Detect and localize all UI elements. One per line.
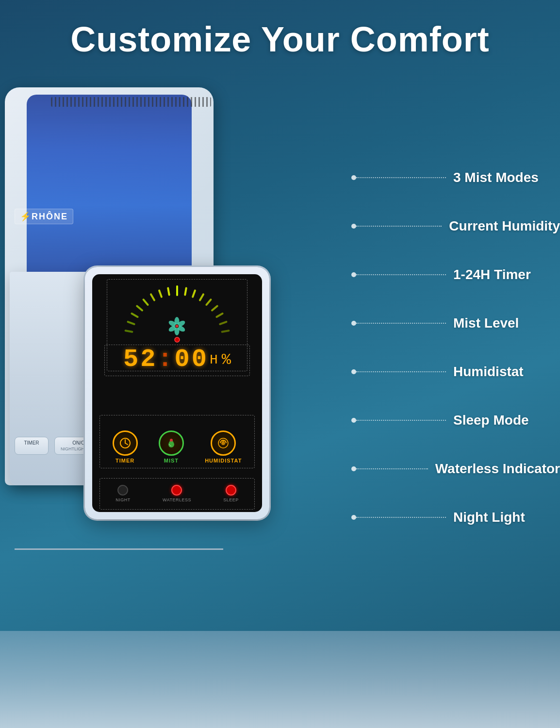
night-indicator: NIGHT [115,485,131,502]
svg-rect-13 [211,305,218,312]
humidistat-icon [216,436,230,450]
brand-label: ⚡RHÔNE [15,209,73,224]
percent-sign: % [222,351,231,369]
mist-knob: MIST [159,430,184,463]
svg-rect-14 [215,312,224,318]
timer-icon [118,436,132,450]
timer-label: 1-24H Timer [453,267,560,282]
knobs-row: TIMER MIST [92,430,262,463]
svg-rect-6 [158,289,163,298]
page-title: Customize Your Comfort [0,19,560,59]
svg-point-29 [170,439,173,442]
tank-vent [51,97,211,107]
mist-modes-label: 3 Mist Modes [453,170,560,185]
fan-svg [166,315,188,337]
humidistat-knob: HUMIDISTAT [205,430,242,463]
timer-knob-circle [113,430,138,456]
mist-icon [165,436,178,450]
current-humidity-label: Current Humidity [449,218,560,234]
svg-rect-3 [135,305,143,312]
dotted-line-2 [356,226,442,227]
humidity-digit-2: 2 [140,347,155,372]
humidistat-knob-circle [211,430,236,456]
dotted-line-7 [356,468,428,469]
svg-rect-10 [192,289,197,298]
connector-dot-6 [351,418,356,423]
lower-divider [15,548,223,550]
svg-line-28 [125,443,128,445]
connector-dot-7 [351,466,356,471]
svg-rect-15 [219,320,228,325]
sleep-dot [226,485,236,496]
waterless-dot [171,485,182,496]
indicator-row: NIGHT WATERLESS SLEEP [92,485,262,502]
tank-blue [27,95,192,279]
connector-dot-2 [351,224,356,229]
timer-knob: TIMER [113,430,138,463]
dotted-line-8 [356,517,446,518]
svg-rect-7 [167,287,170,296]
main-container: Customize Your Comfort ⚡RHÔNE [0,0,560,728]
dotted-line-1 [356,177,446,178]
connector-dot-8 [351,515,356,520]
feature-current-humidity: Current Humidity [351,218,560,234]
feature-night-light: Night Light [351,510,560,525]
dotted-line-4 [356,323,446,324]
digital-display: 5 2 : 0 0 H % [123,347,231,372]
svg-rect-4 [142,298,149,306]
sleep-mode-label: Sleep Mode [453,413,560,428]
svg-rect-12 [205,298,213,306]
display-panel: 5 2 : 0 0 H % [85,267,269,519]
connector-dot-5 [351,369,356,374]
svg-rect-11 [198,293,204,302]
dotted-line-3 [356,274,446,275]
humidity-digit-1: 5 [123,347,138,372]
brand-text: ⚡RHÔNE [20,212,68,221]
connector-dot-1 [351,175,356,180]
svg-rect-8 [176,285,178,296]
connector-dot-3 [351,272,356,277]
fan-icon [166,315,188,339]
humidistat-label: Humidistat [453,364,560,380]
h-label: H [210,352,218,367]
svg-rect-5 [149,293,155,302]
svg-rect-0 [124,330,133,333]
timer-btn-label: TIMER [21,440,42,446]
night-label: NIGHT [115,497,131,502]
dotted-line-5 [356,371,446,372]
feature-waterless-indicator: Waterless Indicator [351,461,560,477]
dotted-line-6 [356,420,446,421]
features-panel: 3 Mist Modes Current Humidity 1-24H Time… [351,170,560,525]
mist-knob-circle [159,430,184,456]
waterless-indicator: WATERLESS [163,485,191,502]
svg-rect-2 [131,312,139,318]
night-light-label: Night Light [453,510,560,525]
sleep-label: SLEEP [223,497,239,502]
connector-dot-4 [351,321,356,326]
colon-separator: : [157,347,172,372]
humidistat-knob-label: HUMIDISTAT [205,458,242,463]
timer-digit-1: 0 [175,347,190,372]
waterless-indicator-label: Waterless Indicator [435,461,560,477]
night-dot [117,485,128,496]
display-screen: 5 2 : 0 0 H % [92,274,262,512]
svg-rect-9 [184,287,187,296]
mist-level-label: Mist Level [453,315,560,331]
product-area: ⚡RHÔNE TIMER ON/OFF NIGHTLIGHT/SLEEP MIS… [0,58,340,689]
sleep-indicator: SLEEP [223,485,239,502]
svg-rect-16 [221,330,230,333]
timer-digit-2: 0 [192,347,207,372]
svg-rect-1 [127,320,135,325]
svg-point-25 [176,325,179,328]
feature-sleep-mode: Sleep Mode [351,413,560,428]
feature-humidistat: Humidistat [351,364,560,380]
waterless-label: WATERLESS [163,497,191,502]
feature-mist-modes: 3 Mist Modes [351,170,560,185]
timer-knob-label: TIMER [115,458,134,463]
feature-mist-level: Mist Level [351,315,560,331]
feature-timer: 1-24H Timer [351,267,560,282]
mist-knob-label: MIST [164,458,179,463]
timer-button[interactable]: TIMER [15,437,49,455]
